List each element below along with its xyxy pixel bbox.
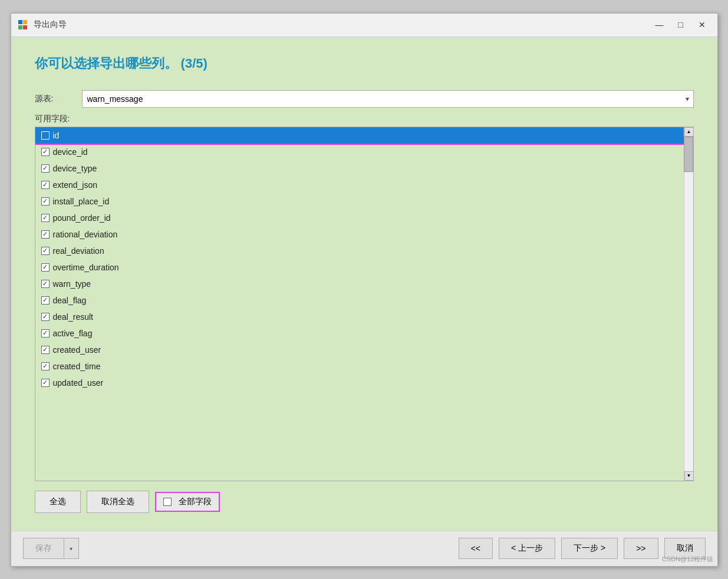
save-button-group: 保存 ▾ <box>23 538 79 559</box>
footer-bar: 保存 ▾ << < 上一步 下一步 > >> 取消 CSDN@12程序猿 <box>11 531 717 566</box>
watermark: CSDN@12程序猿 <box>662 555 714 564</box>
content-area: 你可以选择导出哪些列。 (3/5) 源表: warn_message ▾ 可用字… <box>11 37 717 531</box>
checkbox-deal-flag[interactable] <box>41 296 50 305</box>
checkbox-pound-order-id[interactable] <box>41 214 50 222</box>
checkbox-extend-json[interactable] <box>41 181 50 189</box>
field-name-updated-user: updated_user <box>53 378 104 388</box>
field-item-extend-json[interactable]: extend_json <box>35 177 693 193</box>
checkbox-id[interactable] <box>41 131 50 140</box>
field-name-overtime-duration: overtime_duration <box>53 263 119 272</box>
checkbox-created-time[interactable] <box>41 362 50 370</box>
field-item-device-id[interactable]: device_id <box>35 144 693 160</box>
last-button[interactable]: >> <box>624 538 658 559</box>
field-item-deal-result[interactable]: deal_result <box>35 309 693 325</box>
field-name-active-flag: active_flag <box>53 329 93 338</box>
field-item-updated-user[interactable]: updated_user <box>35 375 693 391</box>
checkbox-active-flag[interactable] <box>41 329 50 338</box>
scrollbar[interactable]: ▲ ▼ <box>684 127 693 481</box>
all-fields-label: 全部字段 <box>179 497 212 507</box>
source-label: 源表: <box>35 94 82 104</box>
field-name-pound-order-id: pound_order_id <box>53 213 111 223</box>
minimize-button[interactable]: — <box>650 16 669 33</box>
title-bar: 导出向导 — □ ✕ <box>11 14 717 37</box>
source-table-select[interactable]: warn_message <box>82 90 694 108</box>
save-arrow-button[interactable]: ▾ <box>64 538 79 559</box>
field-item-pound-order-id[interactable]: pound_order_id <box>35 210 693 226</box>
maximize-button[interactable]: □ <box>671 16 690 33</box>
first-button[interactable]: << <box>459 538 493 559</box>
next-button[interactable]: 下一步 > <box>561 538 618 559</box>
field-name-deal-flag: deal_flag <box>53 296 87 305</box>
field-item-warn-type[interactable]: warn_type <box>35 276 693 292</box>
checkbox-device-type[interactable] <box>41 164 50 173</box>
field-item-rational-deviation[interactable]: rational_deviation <box>35 226 693 243</box>
field-name-device-id: device_id <box>53 147 88 157</box>
action-buttons-row: 全选 取消全选 全部字段 <box>35 491 694 513</box>
main-window: 导出向导 — □ ✕ 你可以选择导出哪些列。 (3/5) 源表: warn_me… <box>11 13 718 567</box>
deselect-all-button[interactable]: 取消全选 <box>87 491 149 513</box>
checkbox-deal-result[interactable] <box>41 313 50 321</box>
field-item-deal-flag[interactable]: deal_flag <box>35 292 693 309</box>
scrollbar-thumb[interactable] <box>684 137 693 172</box>
scrollbar-down-button[interactable]: ▼ <box>684 471 694 481</box>
field-name-real-deviation: real_deviation <box>53 246 104 256</box>
field-item-install-place-id[interactable]: install_place_id <box>35 193 693 210</box>
field-name-created-time: created_time <box>53 362 101 371</box>
checkbox-overtime-duration[interactable] <box>41 263 50 272</box>
window-controls: — □ ✕ <box>650 16 711 33</box>
window-title: 导出向导 <box>34 19 650 30</box>
fields-list-container[interactable]: id device_id device_type extend_json ins… <box>35 127 694 481</box>
prev-button[interactable]: < 上一步 <box>499 538 555 559</box>
checkbox-warn-type[interactable] <box>41 280 50 288</box>
field-name-device-type: device_type <box>53 164 97 173</box>
source-table-row: 源表: warn_message ▾ <box>35 90 694 108</box>
field-name-id: id <box>53 131 60 140</box>
all-fields-toggle[interactable]: 全部字段 <box>155 492 220 512</box>
field-name-rational-deviation: rational_deviation <box>53 230 118 239</box>
checkbox-rational-deviation[interactable] <box>41 230 50 239</box>
fields-label: 可用字段: <box>35 114 694 124</box>
field-name-warn-type: warn_type <box>53 279 91 289</box>
field-item-id[interactable]: id <box>35 127 693 144</box>
source-table-select-wrapper: warn_message ▾ <box>82 90 694 108</box>
checkbox-device-id[interactable] <box>41 148 50 156</box>
page-title: 你可以选择导出哪些列。 (3/5) <box>35 55 694 72</box>
checkbox-install-place-id[interactable] <box>41 197 50 206</box>
field-name-extend-json: extend_json <box>53 180 98 190</box>
field-item-created-user[interactable]: created_user <box>35 342 693 358</box>
field-item-real-deviation[interactable]: real_deviation <box>35 243 693 259</box>
save-main-button: 保存 <box>23 538 64 559</box>
field-item-device-type[interactable]: device_type <box>35 160 693 177</box>
all-fields-checkbox[interactable] <box>163 498 172 506</box>
select-all-button[interactable]: 全选 <box>35 491 81 513</box>
field-item-created-time[interactable]: created_time <box>35 358 693 375</box>
app-icon <box>17 19 29 31</box>
field-name-install-place-id: install_place_id <box>53 197 110 206</box>
close-button[interactable]: ✕ <box>693 16 711 33</box>
field-name-deal-result: deal_result <box>53 312 94 322</box>
field-name-created-user: created_user <box>53 345 101 355</box>
scrollbar-up-button[interactable]: ▲ <box>684 127 694 137</box>
field-item-active-flag[interactable]: active_flag <box>35 325 693 342</box>
checkbox-real-deviation[interactable] <box>41 247 50 255</box>
checkbox-updated-user[interactable] <box>41 379 50 387</box>
field-item-overtime-duration[interactable]: overtime_duration <box>35 259 693 276</box>
checkbox-created-user[interactable] <box>41 346 50 354</box>
